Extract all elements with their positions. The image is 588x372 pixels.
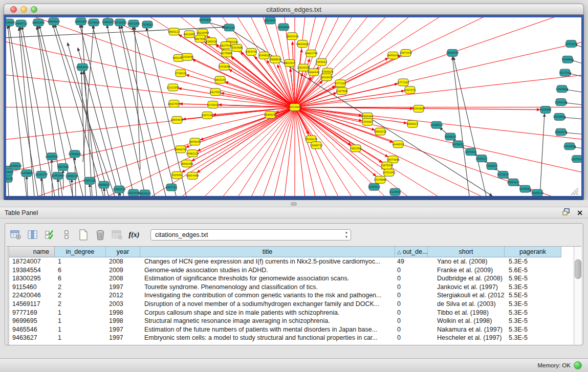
red-edge[interactable] xyxy=(295,83,398,107)
table-cell[interactable]: 9699695 xyxy=(9,317,55,325)
table-cell[interactable]: Structural magnetic resonance image aver… xyxy=(140,317,395,325)
table-cell[interactable]: Hescheler et al. (1997) xyxy=(428,334,505,342)
table-cell[interactable]: 5.3E-5 xyxy=(505,309,561,317)
table-cell[interactable]: 5.3E-5 xyxy=(505,325,561,334)
table-cell[interactable]: 1 xyxy=(55,309,106,317)
graph-node[interactable]: 19654945 xyxy=(171,116,184,123)
graph-node[interactable]: 12213359 xyxy=(167,84,180,91)
table-cell[interactable]: 0 xyxy=(395,325,428,334)
new-table-icon[interactable] xyxy=(76,228,91,242)
table-cell[interactable]: 18300295 xyxy=(9,274,55,283)
graph-node[interactable]: 8822037 xyxy=(284,59,295,67)
graph-node[interactable]: 14055712 xyxy=(15,20,28,27)
table-cell[interactable]: Estimation of the future numbers of pati… xyxy=(140,325,395,334)
table-cell[interactable]: 14569117 xyxy=(9,300,55,309)
table-cell[interactable]: 1 xyxy=(55,325,106,334)
delete-table-icon[interactable] xyxy=(93,228,108,242)
graph-node[interactable]: 15688520 xyxy=(269,56,282,63)
table-cell[interactable]: Estimation of significance thresholds fo… xyxy=(140,274,395,283)
graph-node[interactable]: 2718120 xyxy=(175,70,186,77)
graph-node[interactable]: 10654112 xyxy=(507,179,520,186)
graph-node[interactable]: 11451940 xyxy=(52,172,64,179)
table-cell[interactable]: 6 xyxy=(55,274,106,283)
graph-node[interactable]: 3913907 xyxy=(6,168,13,176)
black-edge[interactable] xyxy=(41,178,42,196)
graph-node[interactable]: 18640910 xyxy=(296,40,309,48)
graph-node[interactable]: 16210072 xyxy=(320,74,333,81)
graph-node[interactable]: 7951550 xyxy=(350,145,361,152)
black-edge[interactable] xyxy=(119,26,155,196)
table-cell[interactable]: 5.3E-5 xyxy=(505,317,561,325)
table-cell[interactable]: Yano et al. (2008) xyxy=(428,257,505,266)
graph-node[interactable]: 8186328 xyxy=(206,38,217,45)
graph-node[interactable]: 18300295 xyxy=(264,111,277,118)
graph-node[interactable]: 16816212 xyxy=(374,128,387,135)
table-cell[interactable]: Genome-wide association studies in ADHD. xyxy=(140,266,395,275)
graph-node[interactable]: 17359928 xyxy=(69,150,81,158)
table-cell[interactable]: Franke et al. (2009) xyxy=(428,266,505,275)
table-cell[interactable]: 9777169 xyxy=(9,309,55,317)
graph-node[interactable]: 18535087 xyxy=(6,19,15,26)
red-edge[interactable] xyxy=(295,49,302,107)
black-edge[interactable] xyxy=(135,27,140,170)
float-panel-icon[interactable] xyxy=(562,208,571,217)
table-cell[interactable]: Embryonic stem cells: a model to study s… xyxy=(140,334,395,342)
black-edge[interactable] xyxy=(90,184,91,196)
graph-node[interactable]: 18107554 xyxy=(168,100,181,107)
graph-node[interactable]: 17957223 xyxy=(83,177,96,184)
graph-node[interactable]: 8938924 xyxy=(445,133,456,140)
red-edge[interactable] xyxy=(194,37,295,107)
table-cell[interactable]: 5.5E-5 xyxy=(505,291,561,300)
table-cell[interactable]: 2 xyxy=(55,300,106,309)
table-row[interactable]: 1872400712008Changes of HCN gene express… xyxy=(9,257,574,266)
graph-node[interactable]: 9170041 xyxy=(207,101,219,108)
graph-node[interactable]: 16782759 xyxy=(113,186,126,193)
graph-node[interactable]: 8990448 xyxy=(308,69,319,76)
divider-grip[interactable] xyxy=(291,202,297,206)
table-cell[interactable]: 0 xyxy=(395,291,428,300)
graph-node[interactable]: 8215958 xyxy=(540,106,551,114)
graph-node[interactable]: 16033809 xyxy=(199,17,212,24)
dropdown-stepper-icon[interactable]: ▲ ▼ xyxy=(345,230,348,239)
graph-node[interactable]: 8471676 xyxy=(497,171,509,178)
graph-node[interactable]: 9242848 xyxy=(219,63,230,70)
graph-node[interactable]: 2935114 xyxy=(476,155,487,162)
graph-node[interactable]: 9146821 xyxy=(258,52,270,59)
table-cell[interactable]: 22420046 xyxy=(9,291,55,300)
table-row[interactable]: 1830029562008Estimation of significance … xyxy=(9,274,574,283)
graph-node[interactable]: 15751074 xyxy=(565,40,578,48)
table-cell[interactable]: 2008 xyxy=(106,257,140,266)
table-cell[interactable]: 0 xyxy=(395,309,428,317)
graph-node[interactable]: 6497568 xyxy=(336,87,347,95)
table-cell[interactable]: 2012 xyxy=(106,291,140,300)
table-cell[interactable]: Corpus callosum shape and size in male p… xyxy=(140,309,395,317)
black-edge[interactable] xyxy=(104,188,105,196)
table-cell[interactable]: Nakamura et al. (1997) xyxy=(428,325,505,334)
function-builder-icon[interactable]: f(x) xyxy=(126,228,142,242)
table-cell[interactable]: 0 xyxy=(395,274,428,283)
graph-node[interactable]: 6497570 xyxy=(404,86,416,94)
graph-node[interactable]: 8660123 xyxy=(168,28,180,35)
graph-node[interactable]: 10752352 xyxy=(383,169,396,176)
graph-node[interactable]: 10719155 xyxy=(114,19,127,26)
table-cell[interactable]: 1 xyxy=(55,334,106,342)
column-header-in-degree[interactable]: in_degree xyxy=(55,247,106,257)
graph-node[interactable]: 11156869 xyxy=(20,169,33,177)
table-cell[interactable]: de Silva et al. (2003) xyxy=(428,300,505,309)
graph-node[interactable]: 5878345 xyxy=(189,138,201,145)
graph-node[interactable]: 8427552 xyxy=(210,89,221,96)
graph-node[interactable]: 11544007 xyxy=(412,105,425,113)
graph-node[interactable]: 9124508 xyxy=(389,188,401,195)
graph-node[interactable]: 9097588 xyxy=(57,164,69,171)
table-cell[interactable]: 2009 xyxy=(106,266,140,275)
table-cell[interactable]: 5.3E-5 xyxy=(505,334,561,342)
table-cell[interactable]: Investigating the contribution of common… xyxy=(140,291,395,300)
graph-node[interactable]: 7204907 xyxy=(362,118,373,125)
table-cell[interactable]: 2008 xyxy=(106,274,140,283)
table-cell[interactable]: Changes of HCN gene expression and I(f) … xyxy=(140,257,395,266)
table-row[interactable]: 946362711997Embryonic stem cells: a mode… xyxy=(9,334,574,342)
table-cell[interactable]: 18724007 xyxy=(9,257,55,266)
graph-node[interactable]: 9474444 xyxy=(465,148,476,156)
graph-node[interactable]: 16046756 xyxy=(175,146,187,153)
graph-node[interactable]: 20206536 xyxy=(46,153,58,160)
